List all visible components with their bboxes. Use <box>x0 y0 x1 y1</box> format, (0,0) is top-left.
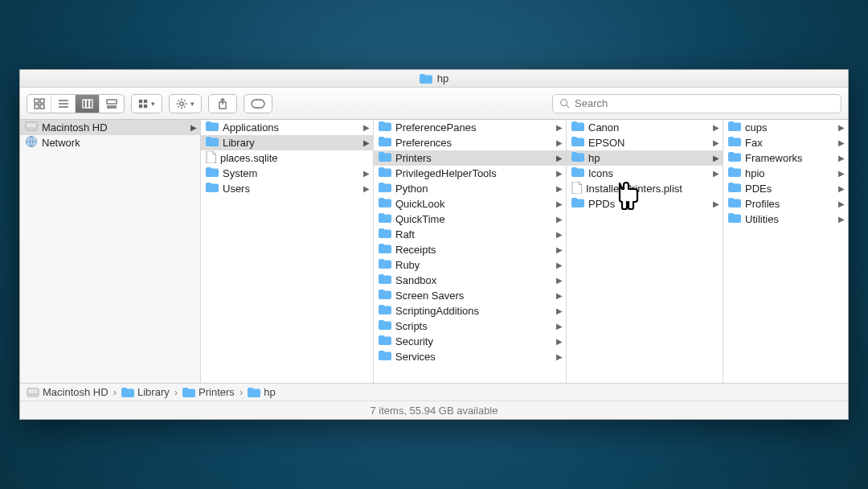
column-0[interactable]: Macintosh HD▶Network <box>20 120 201 383</box>
svg-point-29 <box>561 100 567 106</box>
item-label: Network <box>42 137 197 149</box>
svg-line-25 <box>178 105 179 107</box>
folder-icon <box>728 121 741 134</box>
list-item[interactable]: PrivilegedHelperTools▶ <box>374 166 566 181</box>
item-label: PrivilegedHelperTools <box>395 167 551 179</box>
breadcrumb-label: Macintosh HD <box>43 386 108 398</box>
tags-button[interactable] <box>244 94 272 113</box>
list-item[interactable]: Ruby▶ <box>374 257 566 273</box>
folder-icon <box>379 274 391 286</box>
breadcrumb-item[interactable]: Printers <box>182 386 235 398</box>
list-item[interactable]: System▶ <box>201 166 373 181</box>
view-coverflow-button[interactable] <box>100 95 124 113</box>
breadcrumb-item[interactable]: Macintosh HD <box>27 386 108 398</box>
list-item[interactable]: ScriptingAdditions▶ <box>374 303 566 318</box>
list-item[interactable]: Raft▶ <box>374 227 566 242</box>
chevron-right-icon: ▶ <box>837 138 845 147</box>
breadcrumb-item[interactable]: Library <box>121 386 170 398</box>
item-label: hp <box>588 152 707 164</box>
finder-window: hp ▾ ▾ Macintosh HD▶Network Applications… <box>19 69 849 420</box>
item-label: Security <box>395 335 551 347</box>
toolbar: ▾ ▾ <box>20 88 848 120</box>
list-item[interactable]: Python▶ <box>374 181 566 196</box>
folder-icon <box>206 121 219 134</box>
titlebar: hp <box>20 70 848 88</box>
item-label: EPSON <box>588 137 707 149</box>
chevron-right-icon: ▶ <box>837 184 845 193</box>
list-item[interactable]: Library▶ <box>201 135 373 150</box>
list-item[interactable]: Preferences▶ <box>374 135 566 150</box>
column-3[interactable]: Canon▶EPSON▶hp▶Icons▶InstalledPrinters.p… <box>567 120 723 383</box>
folder-icon <box>379 198 391 210</box>
chevron-right-icon: ▶ <box>555 123 563 132</box>
folder-icon <box>379 121 391 134</box>
breadcrumb-separator: › <box>240 386 243 398</box>
breadcrumb-item[interactable]: hp <box>248 386 275 398</box>
list-item[interactable]: Canon▶ <box>567 120 723 135</box>
list-item[interactable]: PPDs▶ <box>567 196 723 212</box>
folder-icon <box>379 152 391 164</box>
list-item[interactable]: Frameworks▶ <box>723 150 848 166</box>
chevron-right-icon: ▶ <box>837 215 845 224</box>
list-item[interactable]: Printers▶ <box>374 150 566 166</box>
item-label: Macintosh HD <box>42 121 185 134</box>
folder-icon <box>571 167 584 179</box>
status-text: 7 items, 55.94 GB available <box>371 405 498 417</box>
list-item[interactable]: PDEs▶ <box>723 181 848 196</box>
list-item[interactable]: Scripts▶ <box>374 318 566 334</box>
list-item[interactable]: Profiles▶ <box>723 196 848 212</box>
list-item[interactable]: Network <box>20 135 200 150</box>
share-button[interactable] <box>208 94 237 113</box>
chevron-right-icon: ▶ <box>362 169 370 178</box>
list-item[interactable]: Applications▶ <box>201 120 373 135</box>
list-item[interactable]: places.sqlite <box>201 150 373 166</box>
chevron-right-icon: ▶ <box>555 184 563 193</box>
chevron-right-icon: ▶ <box>362 138 370 147</box>
list-item[interactable]: InstalledPrinters.plist <box>567 181 723 196</box>
list-item[interactable]: Security▶ <box>374 334 566 349</box>
column-4[interactable]: cups▶Fax▶Frameworks▶hpio▶PDEs▶Profiles▶U… <box>723 120 848 383</box>
column-2[interactable]: PreferencePanes▶Preferences▶Printers▶Pri… <box>374 120 567 383</box>
column-1[interactable]: Applications▶Library▶places.sqliteSystem… <box>201 120 374 383</box>
chevron-right-icon: ▶ <box>711 199 719 208</box>
list-item[interactable]: PreferencePanes▶ <box>374 120 566 135</box>
list-item[interactable]: Services▶ <box>374 349 566 364</box>
arrange-button[interactable]: ▾ <box>131 94 162 113</box>
search-field[interactable] <box>552 94 841 113</box>
list-item[interactable]: Utilities▶ <box>723 212 848 227</box>
list-item[interactable]: Screen Savers▶ <box>374 288 566 303</box>
item-label: Raft <box>395 228 551 240</box>
action-button[interactable]: ▾ <box>169 94 202 113</box>
list-item[interactable]: cups▶ <box>723 120 848 135</box>
svg-rect-2 <box>35 105 39 109</box>
search-input[interactable] <box>575 97 834 109</box>
list-item[interactable]: Receipts▶ <box>374 242 566 257</box>
chevron-right-icon: ▶ <box>555 337 563 346</box>
view-icon-button[interactable] <box>27 95 51 113</box>
list-item[interactable]: Icons▶ <box>567 166 723 181</box>
item-label: Sandbox <box>395 274 551 286</box>
list-item[interactable]: Users▶ <box>201 181 373 196</box>
list-item[interactable]: QuickTime▶ <box>374 212 566 227</box>
list-item[interactable]: EPSON▶ <box>567 135 723 150</box>
item-label: hpio <box>745 167 833 179</box>
svg-rect-8 <box>86 100 89 108</box>
list-item[interactable]: hpio▶ <box>723 166 848 181</box>
item-label: Canon <box>588 121 707 134</box>
chevron-right-icon: ▶ <box>555 215 563 224</box>
folder-icon <box>728 167 741 179</box>
item-label: Profiles <box>745 198 833 210</box>
chevron-right-icon: ▶ <box>555 261 563 269</box>
list-item[interactable]: Macintosh HD▶ <box>20 120 200 135</box>
view-column-button[interactable] <box>76 95 100 113</box>
view-list-button[interactable] <box>51 95 76 113</box>
folder-icon <box>728 183 741 195</box>
list-item[interactable]: Sandbox▶ <box>374 273 566 288</box>
folder-icon <box>379 305 391 317</box>
path-bar: Macintosh HD›Library›Printers›hp <box>20 384 848 401</box>
list-item[interactable]: hp▶ <box>567 150 723 166</box>
list-item[interactable]: QuickLook▶ <box>374 196 566 212</box>
list-item[interactable]: Fax▶ <box>723 135 848 150</box>
chevron-right-icon: ▶ <box>555 230 563 239</box>
svg-rect-32 <box>26 127 37 130</box>
